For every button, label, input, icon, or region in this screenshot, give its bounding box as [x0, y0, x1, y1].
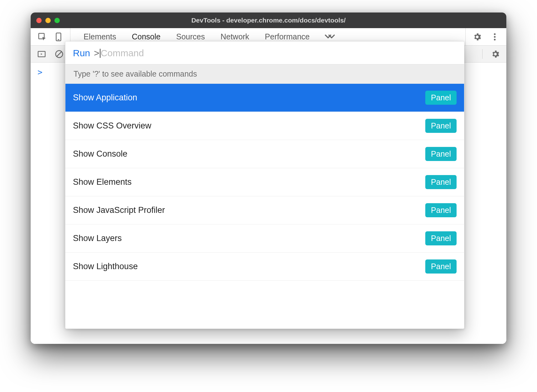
console-sidebar-toggle-icon[interactable] — [37, 49, 46, 59]
command-hint: Type '?' to see available commands — [65, 64, 464, 84]
device-toolbar-icon[interactable] — [54, 32, 63, 42]
inspect-element-icon[interactable] — [38, 32, 47, 42]
kebab-menu-icon[interactable] — [490, 32, 499, 42]
divider — [482, 49, 483, 59]
command-item[interactable]: Show CSS OverviewPanel — [65, 112, 464, 140]
settings-icon[interactable] — [473, 32, 482, 42]
command-prompt-caret: > — [94, 48, 100, 58]
command-item-label: Show Lighthouse — [73, 262, 138, 271]
command-item[interactable]: Show ConsolePanel — [65, 140, 464, 168]
command-item-label: Show Console — [73, 149, 127, 159]
command-item[interactable]: Show ApplicationPanel — [65, 84, 464, 112]
svg-line-9 — [57, 52, 62, 56]
svg-point-4 — [494, 36, 496, 38]
window-titlebar: DevTools - developer.chrome.com/docs/dev… — [31, 13, 506, 28]
command-item-label: Show CSS Overview — [73, 121, 151, 131]
command-input-row[interactable]: Run > Command — [65, 42, 464, 64]
clear-console-icon[interactable] — [54, 49, 64, 59]
console-prompt-chevron: > — [38, 68, 43, 77]
command-item[interactable]: Show LayersPanel — [65, 224, 464, 253]
window-close-button[interactable] — [36, 18, 42, 23]
svg-point-5 — [494, 39, 496, 41]
command-placeholder: Command — [101, 48, 144, 58]
command-list: Show ApplicationPanelShow CSS OverviewPa… — [65, 84, 464, 329]
svg-point-3 — [494, 33, 496, 35]
command-item[interactable]: Show LighthousePanel — [65, 253, 464, 281]
console-settings-icon[interactable] — [491, 49, 500, 59]
command-item[interactable]: Show ElementsPanel — [65, 168, 464, 196]
command-item-badge: Panel — [425, 231, 457, 245]
more-tabs-icon[interactable] — [325, 33, 335, 41]
command-item-badge: Panel — [425, 259, 457, 274]
window-title: DevTools - developer.chrome.com/docs/dev… — [191, 17, 345, 24]
command-item-badge: Panel — [425, 175, 457, 189]
command-item-label: Show Layers — [73, 234, 122, 243]
command-menu: Run > Command Type '?' to see available … — [65, 41, 464, 329]
command-item-badge: Panel — [425, 147, 457, 161]
window-minimize-button[interactable] — [45, 18, 51, 23]
command-item-badge: Panel — [425, 203, 457, 217]
window-traffic-lights — [36, 18, 60, 23]
command-item-label: Show Elements — [73, 177, 132, 187]
svg-marker-7 — [41, 53, 43, 55]
devtools-window: DevTools - developer.chrome.com/docs/dev… — [31, 13, 506, 344]
command-item-label: Show JavaScript Profiler — [73, 205, 165, 215]
command-item-badge: Panel — [425, 91, 457, 105]
window-zoom-button[interactable] — [54, 18, 60, 23]
command-item-badge: Panel — [425, 119, 457, 133]
command-item-label: Show Application — [73, 93, 137, 103]
command-item[interactable]: Show JavaScript ProfilerPanel — [65, 196, 464, 224]
command-run-label: Run — [73, 48, 90, 58]
